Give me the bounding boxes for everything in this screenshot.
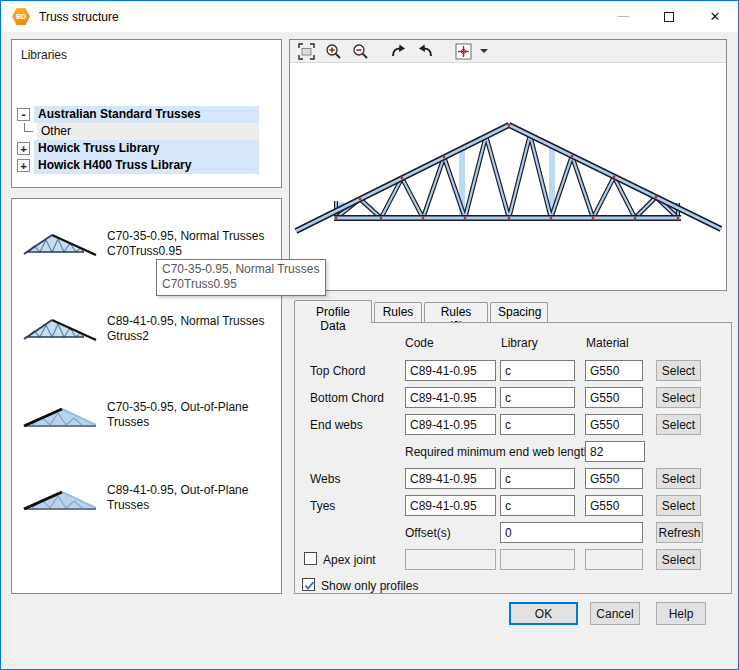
list-item-tooltip: C70-35-0.95, Normal TrussesC70Truss0.95	[156, 259, 326, 296]
tree-item-other[interactable]: Other	[16, 123, 259, 140]
tree-item-label: Howick H400 Truss Library	[34, 157, 259, 174]
webs-library-field[interactable]	[500, 468, 575, 489]
row-label-webs: Webs	[310, 472, 340, 486]
pan-icon[interactable]	[452, 41, 474, 61]
tyes-library-field[interactable]	[500, 495, 575, 516]
zoom-out-icon[interactable]	[349, 41, 371, 61]
show-only-profiles-label: Show only profiles	[321, 579, 418, 593]
tree-item-label: Other	[37, 123, 259, 140]
list-item-label: C89-41-0.95, Normal TrussesGtruss2	[107, 314, 264, 344]
cancel-button[interactable]: Cancel	[590, 602, 640, 625]
libraries-header: Libraries	[21, 48, 67, 62]
tab-rules-2[interactable]: Rules (2)	[424, 302, 488, 322]
bottom-chord-material-field[interactable]	[585, 387, 643, 408]
list-item[interactable]: C89-41-0.95, Out-of-PlaneTrusses	[22, 467, 273, 529]
truss-preview-panel	[289, 39, 727, 291]
window-title: Truss structure	[39, 10, 119, 24]
webs-material-field[interactable]	[585, 468, 643, 489]
tree-branch-connector	[24, 123, 33, 132]
tyes-code-field[interactable]	[405, 495, 496, 516]
tab-profile-data[interactable]: Profile Data	[294, 300, 372, 323]
tyes-material-field[interactable]	[585, 495, 643, 516]
expand-expander-icon[interactable]: +	[17, 142, 30, 155]
apex-select-button[interactable]: Select	[656, 549, 701, 570]
tree-item-howick-h400-truss-library[interactable]: + Howick H400 Truss Library	[16, 157, 259, 174]
bottom-chord-library-field[interactable]	[500, 387, 575, 408]
rotate-cw-icon[interactable]	[387, 41, 409, 61]
column-header-material: Material	[586, 336, 629, 350]
offsets-field[interactable]	[500, 522, 643, 543]
show-only-profiles-checkbox[interactable]	[302, 578, 315, 591]
preview-toolbar	[290, 40, 726, 63]
tree-item-howick-truss-library[interactable]: + Howick Truss Library	[16, 140, 259, 157]
maximize-icon	[664, 12, 674, 22]
min-end-web-length-field[interactable]	[585, 441, 645, 462]
expand-expander-icon[interactable]: +	[17, 159, 30, 172]
end-webs-material-field[interactable]	[585, 414, 643, 435]
collapse-expander-icon[interactable]: -	[17, 108, 30, 121]
apex-material-field[interactable]	[585, 549, 643, 570]
truss-preview-canvas[interactable]	[290, 63, 726, 290]
titlebar: BD Truss structure ✕	[1, 1, 738, 32]
list-item-label: C89-41-0.95, Out-of-PlaneTrusses	[107, 483, 248, 513]
bottom-chord-select-button[interactable]: Select	[656, 387, 701, 408]
list-item-label: C70-35-0.95, Normal TrussesC70Truss0.95	[107, 229, 264, 259]
normal-truss-thumbnail	[22, 313, 100, 345]
app-logo-icon: BD	[12, 8, 30, 26]
bottom-chord-code-field[interactable]	[405, 387, 496, 408]
row-label-top-chord: Top Chord	[310, 364, 365, 378]
row-label-end-webs: End webs	[310, 418, 363, 432]
refresh-button[interactable]: Refresh	[656, 522, 703, 543]
minimize-icon	[618, 16, 629, 17]
apex-joint-label: Apex joint	[323, 553, 376, 567]
offsets-label: Offset(s)	[405, 526, 451, 540]
normal-truss-thumbnail	[22, 228, 100, 260]
close-icon: ✕	[710, 10, 721, 23]
close-button[interactable]: ✕	[692, 1, 738, 32]
maximize-button[interactable]	[646, 1, 692, 32]
apex-joint-checkbox[interactable]	[304, 552, 317, 565]
top-chord-select-button[interactable]: Select	[656, 360, 701, 381]
list-item[interactable]: C70-35-0.95, Out-of-PlaneTrusses	[22, 384, 273, 446]
row-label-bottom-chord: Bottom Chord	[310, 391, 384, 405]
truss-structure-dialog: BD Truss structure ✕ Libraries - Austral…	[0, 0, 739, 670]
apex-code-field[interactable]	[405, 549, 496, 570]
column-header-library: Library	[501, 336, 538, 350]
tree-item-australian-standard-trusses[interactable]: - Australian Standard Trusses	[16, 106, 259, 123]
out-of-plane-truss-thumbnail	[22, 399, 100, 431]
rotate-ccw-icon[interactable]	[414, 41, 436, 61]
end-webs-library-field[interactable]	[500, 414, 575, 435]
zoom-window-icon[interactable]	[295, 41, 317, 61]
webs-select-button[interactable]: Select	[656, 468, 701, 489]
tyes-select-button[interactable]: Select	[656, 495, 701, 516]
row-label-tyes: Tyes	[310, 499, 335, 513]
top-chord-material-field[interactable]	[585, 360, 643, 381]
top-chord-library-field[interactable]	[500, 360, 575, 381]
list-item[interactable]: C89-41-0.95, Normal TrussesGtruss2	[22, 298, 273, 360]
profile-data-tab-page: Code Library Material Top Chord Select B…	[294, 322, 732, 594]
tab-rules[interactable]: Rules	[374, 302, 422, 322]
tree-item-label: Howick Truss Library	[34, 140, 259, 157]
tab-spacing[interactable]: Spacing	[490, 302, 548, 322]
dropdown-caret-icon[interactable]	[479, 41, 491, 61]
out-of-plane-truss-thumbnail	[22, 482, 100, 514]
apex-library-field[interactable]	[500, 549, 575, 570]
min-end-web-length-label: Required minimum end web length	[405, 445, 590, 459]
end-webs-code-field[interactable]	[405, 414, 496, 435]
minimize-button[interactable]	[600, 1, 646, 32]
tree-item-label: Australian Standard Trusses	[34, 106, 259, 123]
zoom-in-icon[interactable]	[322, 41, 344, 61]
top-chord-code-field[interactable]	[405, 360, 496, 381]
webs-code-field[interactable]	[405, 468, 496, 489]
help-button[interactable]: Help	[656, 602, 706, 625]
truss-drawing	[290, 63, 726, 291]
libraries-tree-panel: Libraries - Australian Standard Trusses …	[11, 39, 282, 188]
ok-button[interactable]: OK	[509, 602, 578, 625]
end-webs-select-button[interactable]: Select	[656, 414, 701, 435]
list-item-label: C70-35-0.95, Out-of-PlaneTrusses	[107, 400, 248, 430]
column-header-code: Code	[405, 336, 434, 350]
truss-list-panel: C70-35-0.95, Normal TrussesC70Truss0.95 …	[11, 198, 282, 594]
